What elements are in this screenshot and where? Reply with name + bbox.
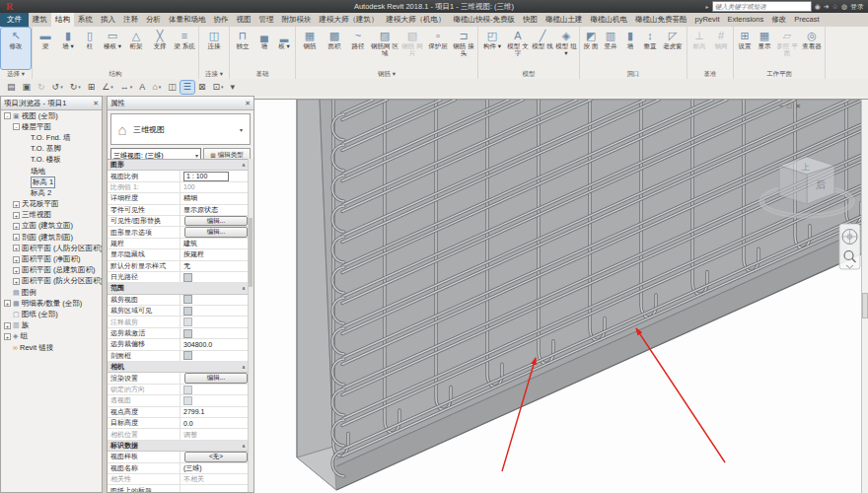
close-icon[interactable]: ✕: [93, 100, 99, 107]
ribbon-group-label[interactable]: 基础: [231, 69, 294, 79]
expand-icon[interactable]: +: [13, 212, 20, 219]
property-value[interactable]: <无>: [181, 452, 249, 462]
tree-item-label[interactable]: 图纸 (全部): [22, 310, 58, 319]
collapse-icon[interactable]: ∧: [242, 364, 246, 370]
tree-item-label[interactable]: 视图 (全部): [22, 111, 58, 121]
model-line-button[interactable]: ╱模型 线: [531, 28, 554, 69]
wall-opening-button[interactable]: ▮墙: [620, 28, 640, 69]
property-value[interactable]: 0.0: [181, 420, 249, 427]
tree-item-label[interactable]: 标高 2: [31, 188, 51, 198]
search-expand-icon[interactable]: ▸: [706, 3, 709, 10]
expand-icon[interactable]: +: [13, 201, 20, 208]
workplane-viewer-button[interactable]: ◎查看器: [800, 28, 824, 69]
tree-item[interactable]: 标高 2: [1, 187, 102, 198]
brace-button[interactable]: ╳支撑: [148, 28, 172, 69]
ribbon-tab[interactable]: 结构: [51, 13, 74, 27]
edit-button[interactable]: 编辑...: [184, 227, 248, 238]
tree-item-label[interactable]: 天花板平面: [22, 199, 59, 209]
tree-item-label[interactable]: 剖面 (建筑剖面): [22, 233, 73, 243]
tree-item[interactable]: ▤图例: [1, 287, 102, 298]
property-value[interactable]: 建筑: [181, 239, 249, 248]
floor-button[interactable]: ▭楼板 ▾: [101, 28, 124, 69]
property-value[interactable]: 1 : 100: [181, 172, 249, 181]
checkbox[interactable]: [183, 273, 192, 282]
section-button[interactable]: ◫: [165, 81, 180, 94]
tree-item-label[interactable]: 面积平面 (人防分区面积): [22, 244, 102, 253]
fabric-area-button[interactable]: ▨钢筋网 区域: [370, 28, 399, 69]
tree-item-label[interactable]: T.O. Fnd. 墙: [31, 133, 70, 143]
account-icon[interactable]: ◍: [841, 2, 847, 11]
print-button[interactable]: ⊞: [85, 81, 99, 94]
tree-item-label[interactable]: T.O. 楼板: [31, 155, 61, 165]
workplane-show-button[interactable]: ▦显示: [755, 28, 774, 69]
tree-item-label[interactable]: 族: [22, 320, 30, 330]
collapse-icon[interactable]: -: [4, 112, 11, 119]
tree-item[interactable]: -▣视图 (全部): [1, 110, 102, 121]
tree-item[interactable]: +立面 (建筑立面): [1, 221, 102, 232]
tree-item-label[interactable]: 立面 (建筑立面): [22, 221, 73, 231]
ribbon-tab[interactable]: 插入: [97, 13, 119, 27]
ribbon-tab[interactable]: 文件: [0, 13, 29, 27]
tree-item-label[interactable]: 组: [20, 331, 28, 341]
tree-item-label[interactable]: 明细表/数量 (全部): [22, 299, 83, 309]
tree-item-label[interactable]: Revit 链接: [20, 343, 53, 353]
checkbox[interactable]: [183, 351, 192, 360]
collapse-icon[interactable]: -: [13, 123, 20, 130]
ribbon-tab[interactable]: 橄榄山免费荟酷: [631, 13, 691, 27]
ribbon-tab[interactable]: pyRevit: [691, 13, 724, 27]
ribbon-tab[interactable]: 修改: [767, 13, 790, 27]
ribbon-tab[interactable]: 协作: [210, 13, 233, 27]
property-value[interactable]: 编辑...: [181, 373, 249, 384]
vertical-opening-button[interactable]: ↕垂直: [640, 28, 660, 69]
property-section-header[interactable]: 图形∧: [108, 160, 249, 171]
modify-button[interactable]: ↖修改: [1, 28, 31, 69]
expand-icon[interactable]: +: [4, 333, 11, 340]
expand-icon[interactable]: +: [13, 267, 20, 274]
property-value[interactable]: [181, 396, 249, 405]
ribbon-tab[interactable]: 分析: [142, 13, 165, 27]
expand-icon[interactable]: +: [13, 223, 20, 230]
dormer-opening-button[interactable]: ◸老虎窗: [660, 28, 686, 69]
property-value[interactable]: 按规程: [181, 249, 249, 259]
tree-item[interactable]: +面积平面 (防火分区面积): [1, 276, 102, 287]
tree-item[interactable]: +天花板平面: [1, 199, 102, 210]
tree-item-label[interactable]: T.O. 基脚: [31, 144, 61, 154]
ribbon-tab[interactable]: 橄榄山快模-免费版: [450, 13, 520, 27]
canvas-vertical-scrollbar[interactable]: [861, 100, 868, 493]
tree-item[interactable]: ∞Revit 链接: [1, 342, 102, 353]
beam-button[interactable]: ▬梁: [34, 28, 57, 69]
tree-item[interactable]: +面积平面 (人防分区面积): [1, 243, 102, 253]
ribbon-group-label[interactable]: 结构: [34, 69, 197, 79]
thin-lines-button[interactable]: ☰: [181, 81, 194, 94]
ribbon-group-label[interactable]: 钢筋 ▾: [297, 69, 476, 79]
tree-item-label[interactable]: 场地: [31, 167, 45, 176]
help-search-input[interactable]: [712, 1, 812, 12]
tree-item[interactable]: T.O. 楼板: [1, 155, 102, 166]
tree-item[interactable]: +剖面 (建筑剖面): [1, 232, 102, 243]
close-hidden-windows-button[interactable]: ⊠: [195, 81, 209, 94]
tree-item[interactable]: ▢图纸 (全部): [1, 309, 102, 319]
checkbox[interactable]: [183, 307, 192, 316]
tree-item-label[interactable]: 楼层平面: [22, 122, 51, 132]
ribbon-tab[interactable]: 快图: [519, 13, 542, 27]
connection-button[interactable]: ◫连接: [200, 28, 228, 69]
chevron-down-icon[interactable]: ▾: [240, 126, 250, 133]
collapse-icon[interactable]: ∧: [242, 285, 246, 291]
path-reinforcement-button[interactable]: ~路径: [346, 28, 370, 69]
property-value[interactable]: [181, 317, 249, 326]
tree-item[interactable]: +面积平面 (净面积): [1, 253, 102, 264]
beam-system-button[interactable]: ≡梁 系统: [172, 28, 197, 69]
default-3d-view-button[interactable]: ⌂▾: [149, 81, 164, 94]
tree-item[interactable]: +面积平面 (总建筑面积): [1, 265, 102, 276]
scrollbar-thumb[interactable]: [862, 293, 868, 318]
ribbon-tab[interactable]: 体量和场地: [165, 13, 210, 27]
properties-scrollbar[interactable]: [248, 159, 253, 492]
ribbon-tab[interactable]: Precast: [790, 13, 823, 27]
wall-button[interactable]: ▮墙 ▾: [57, 28, 79, 69]
component-button[interactable]: ◰构件 ▾: [479, 28, 505, 69]
close-icon[interactable]: ✕: [245, 100, 251, 107]
tree-item[interactable]: T.O. 基脚: [1, 144, 102, 155]
expand-icon[interactable]: +: [4, 322, 11, 329]
tree-item-label[interactable]: 标高 1: [31, 176, 55, 188]
workplane-set-button[interactable]: ⊞设置: [735, 28, 755, 69]
